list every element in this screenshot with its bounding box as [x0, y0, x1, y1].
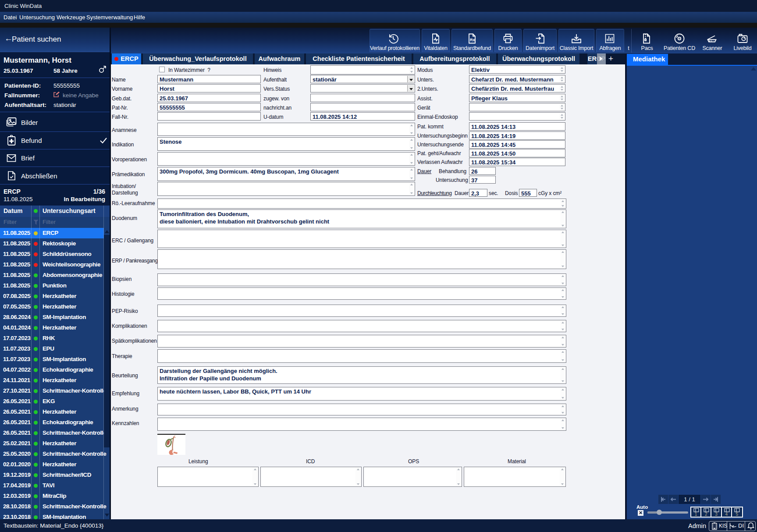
svg-text:Rx: Rx — [470, 38, 475, 42]
